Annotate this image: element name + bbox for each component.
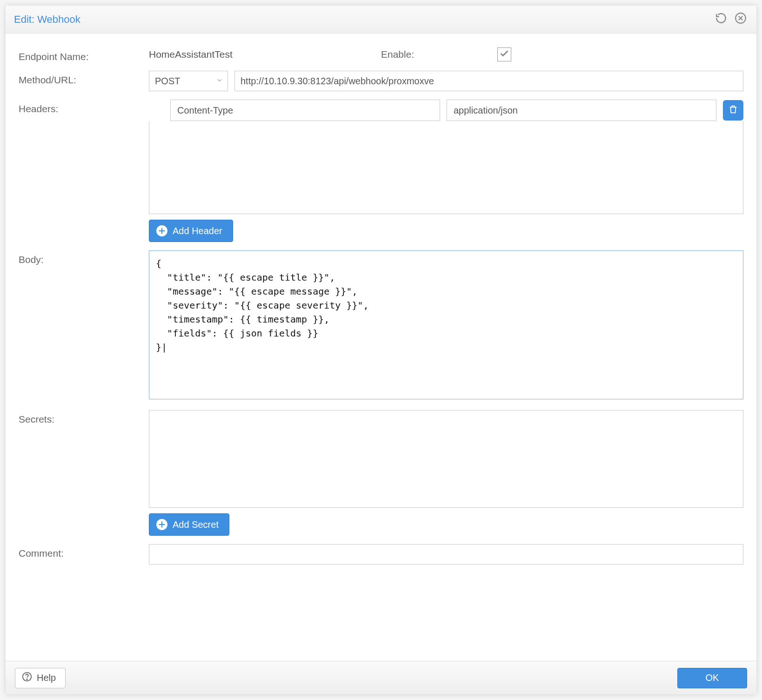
add-secret-button[interactable]: Add Secret — [149, 513, 229, 536]
secrets-label: Secrets: — [19, 410, 149, 425]
method-select[interactable] — [149, 71, 228, 91]
dialog-title: Edit: Webhook — [14, 13, 709, 26]
dialog-footer: Help OK — [6, 661, 756, 694]
reset-button[interactable] — [714, 12, 729, 27]
endpoint-name-value: HomeAssistantTest — [149, 49, 381, 60]
add-secret-label: Add Secret — [173, 519, 219, 530]
edit-webhook-dialog: Edit: Webhook Endpoint Name: HomeAssista… — [6, 6, 756, 694]
body-textarea[interactable] — [149, 250, 743, 399]
undo-icon — [715, 12, 727, 27]
form-body: Endpoint Name: HomeAssistantTest Enable:… — [6, 34, 756, 661]
header-key-input[interactable]: Content-Type — [170, 100, 440, 121]
help-label: Help — [37, 673, 56, 683]
headers-list-box — [149, 121, 743, 214]
comment-label: Comment: — [19, 544, 149, 559]
add-header-label: Add Header — [173, 226, 222, 236]
plus-circle-icon — [156, 518, 168, 531]
check-icon — [499, 48, 509, 61]
body-row: Body: — [19, 250, 743, 402]
headers-row: Headers: Content-Type application/json — [19, 100, 743, 242]
plus-circle-icon — [156, 225, 168, 237]
secrets-row: Secrets: Add Secret — [19, 410, 743, 536]
close-icon — [735, 12, 747, 27]
svg-point-4 — [27, 679, 27, 680]
method-url-row: Method/URL: — [19, 71, 743, 91]
trash-icon — [728, 104, 738, 117]
body-label: Body: — [19, 250, 149, 265]
add-header-button[interactable]: Add Header — [149, 220, 233, 242]
ok-button[interactable]: OK — [677, 668, 747, 688]
enable-checkbox[interactable] — [497, 47, 511, 61]
headers-label: Headers: — [19, 100, 149, 114]
dialog-header: Edit: Webhook — [6, 6, 756, 34]
help-icon — [22, 672, 32, 684]
close-button[interactable] — [733, 12, 748, 27]
method-value[interactable] — [149, 71, 228, 91]
method-url-label: Method/URL: — [19, 71, 149, 86]
help-button[interactable]: Help — [15, 668, 66, 688]
url-input[interactable] — [234, 71, 743, 91]
comment-row: Comment: — [19, 544, 743, 565]
endpoint-name-row: Endpoint Name: HomeAssistantTest Enable: — [19, 47, 743, 62]
secrets-list-box — [149, 410, 743, 508]
header-value-input[interactable]: application/json — [447, 100, 716, 121]
comment-input[interactable] — [149, 544, 743, 565]
endpoint-name-label: Endpoint Name: — [19, 47, 149, 62]
header-entry: Content-Type application/json — [149, 100, 743, 121]
enable-label: Enable: — [381, 49, 497, 60]
delete-header-button[interactable] — [723, 100, 743, 121]
